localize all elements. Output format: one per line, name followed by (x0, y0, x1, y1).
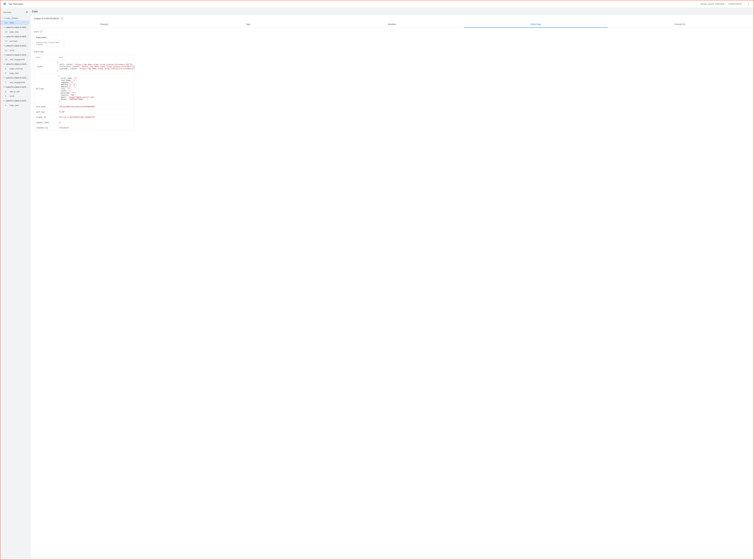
sidebar-item-number: 11 (5, 49, 8, 52)
more-menu-icon[interactable] (746, 1, 751, 7)
event-data-value: { self: [{href: "https://wp-demo.stape.i… (55, 60, 134, 74)
event-data-value: "7915ac688a74a73d1e27dcd4f0895098" (57, 104, 134, 109)
container-id-label: GTM-PF2RC57 (728, 3, 742, 5)
caret-down-icon: ▼ (3, 36, 5, 37)
sidebar-item-label: scroll (9, 49, 14, 52)
sidebar-item-label: scroll (9, 95, 14, 97)
event-data-value: [] (57, 120, 134, 125)
help-icon[interactable]: ? (61, 17, 63, 20)
event-data-name: _links (34, 60, 55, 74)
client-box[interactable]: Data Client Request Data to Event Data -… (34, 35, 64, 47)
table-row[interactable]: cart_hash"7915ac688a74a73d1e27dcd4f08950… (34, 104, 134, 109)
logo-wrap: Tag Manager (3, 2, 23, 6)
table-row[interactable]: _links{ self: [{href: "https://wp-demo.s… (34, 60, 134, 74)
sidebar-group-label: order_created (6, 17, 18, 19)
caret-down-icon: ▼ (3, 54, 5, 56)
table-header-value: Value (57, 55, 134, 60)
version-label: Version: QUICK_PREVIEW (700, 3, 724, 5)
tabs: RequestTagsVariablesEvent DataConsole (0… (31, 21, 753, 28)
sidebar-group-label: collect?v=2&tid=G-WJ5CL... (5, 54, 29, 56)
sidebar-item-label: user_engagement (9, 81, 25, 83)
sidebar-item-label: Data (9, 22, 14, 24)
sidebar-group-header[interactable]: ▼collect?v=2&tid=G-WJ5CL... (0, 43, 31, 48)
sidebar-item[interactable]: 13page_view (0, 30, 30, 34)
output-card: Output of GTM-PF2RC57 ? RequestTagsVaria… (31, 15, 753, 560)
tab-tags[interactable]: Tags (176, 21, 320, 27)
output-title: Output of GTM-PF2RC57 (34, 17, 60, 20)
sidebar-group-header[interactable]: ▼collect?v=2&tid=G-WJ5CL... (0, 62, 31, 66)
sidebar-group-label: collect?v=2&tid=G-WJ5CL... (5, 63, 29, 65)
table-row[interactable]: cart_tax"0.00" (34, 109, 134, 115)
table-row[interactable]: client_id"dtclid.1.1631285352186.5198451… (34, 115, 134, 120)
page-title: Data (31, 8, 754, 15)
help-icon[interactable]: ? (40, 31, 42, 33)
sidebar-item[interactable]: 9begin_checkout (0, 66, 30, 71)
tab-variables[interactable]: Variables (320, 21, 464, 27)
table-header-name: Name (34, 55, 57, 60)
sidebar-item-number: 8 (5, 72, 8, 74)
sidebar-group-header[interactable]: ▼collect?v=2&tid=G-WJ5CL... (0, 25, 31, 30)
main-content: Data Output of GTM-PF2RC57 ? RequestTags… (31, 8, 754, 560)
tab-request[interactable]: Request (33, 21, 176, 27)
event-data-name: client_id (34, 115, 57, 120)
sidebar-summary[interactable]: Summary (0, 9, 31, 16)
app-header: Tag Manager Version: QUICK_PREVIEW GTM-P… (0, 0, 754, 8)
sidebar-item[interactable]: 11scroll (0, 48, 30, 53)
sidebar-item-number: 10 (5, 58, 8, 61)
sidebar-item-label: page_view (9, 104, 19, 106)
clear-filter-icon[interactable] (26, 11, 28, 14)
sidebar-item-label: begin_checkout (9, 68, 23, 70)
sidebar-item-number: 6 (5, 91, 8, 93)
sidebar-group-header[interactable]: ▼collect?v=2&tid=G-WJ5CL... (0, 76, 31, 80)
client-section-label: Client (34, 31, 39, 33)
caret-down-icon: ▼ (3, 86, 5, 88)
svg-point-3 (748, 3, 749, 3)
caret-down-icon: ▼ (3, 45, 5, 46)
sidebar-item-number: 14 (5, 22, 8, 24)
event-data-value: "0.00" (57, 109, 134, 115)
table-row[interactable]: billing{ first_name: "z", last_name: "z"… (34, 74, 134, 104)
sidebar-group-label: collect?v=2&tid=G-WJ5CL... (5, 100, 29, 102)
sidebar-group-header[interactable]: ▼collect?v=2&tid=G-WJ5CL... (0, 85, 31, 89)
sidebar-item-number: 13 (5, 31, 8, 33)
sidebar-item-number: 4 (5, 104, 8, 106)
sidebar-group-header[interactable]: ▼order_created (0, 16, 31, 20)
sidebar-item[interactable]: 7user_engagement (0, 80, 30, 85)
table-row[interactable]: coupon_lines[] (34, 120, 134, 125)
sidebar-group-label: collect?v=2&tid=G-WJ5CL... (5, 77, 29, 79)
sidebar-item-number: 9 (5, 68, 8, 70)
table-row[interactable]: created_via"checkout" (34, 125, 134, 131)
sidebar-item[interactable]: 14Data (0, 20, 30, 25)
caret-down-icon: ▼ (3, 77, 5, 79)
sidebar-item[interactable]: 5scroll (0, 94, 30, 98)
event-data-name: billing (34, 74, 57, 104)
caret-down-icon: ▼ (3, 63, 5, 65)
sidebar-item[interactable]: 10user_engagement (0, 57, 30, 62)
event-data-table: Name Value _links{ self: [{href: "https:… (34, 55, 134, 131)
client-box-desc: Request Data to Event Data - Claimed (34, 40, 64, 47)
caret-down-icon: ▼ (3, 17, 5, 19)
tab-console-0-[interactable]: Console (0) (607, 21, 751, 27)
client-box-name: Data Client (34, 35, 64, 40)
sidebar-item[interactable]: 6add_to_cart (0, 89, 30, 94)
sidebar-group-header[interactable]: ▼collect?v=2&tid=G-WJ5CL... (0, 98, 31, 103)
sidebar-group-label: collect?v=2&tid=G-WJ5CL... (5, 35, 29, 38)
sidebar-item[interactable]: 12purchase (0, 39, 30, 43)
svg-point-5 (748, 4, 749, 5)
sidebar-item-number: 12 (5, 40, 8, 42)
event-section-label: Event Data (34, 51, 43, 53)
svg-point-4 (748, 4, 749, 4)
gtm-logo-icon (3, 2, 7, 6)
event-data-name: coupon_lines (34, 120, 57, 125)
sidebar-item-label: purchase (9, 40, 17, 42)
sidebar-item-label: user_engagement (9, 58, 25, 61)
sidebar-item[interactable]: 4page_view (0, 103, 30, 107)
sidebar-group-label: collect?v=2&tid=G-WJ5CL... (5, 26, 29, 28)
sidebar-group-header[interactable]: ▼collect?v=2&tid=G-WJ5CL... (0, 34, 31, 39)
tab-event-data[interactable]: Event Data (464, 21, 608, 27)
sidebar-item-label: add_to_cart (9, 91, 20, 93)
product-name: Tag Manager (8, 3, 23, 5)
sidebar-item[interactable]: 8page_view (0, 71, 30, 76)
sidebar-group-header[interactable]: ▼collect?v=2&tid=G-WJ5CL... (0, 53, 31, 57)
caret-down-icon: ▼ (3, 26, 5, 28)
